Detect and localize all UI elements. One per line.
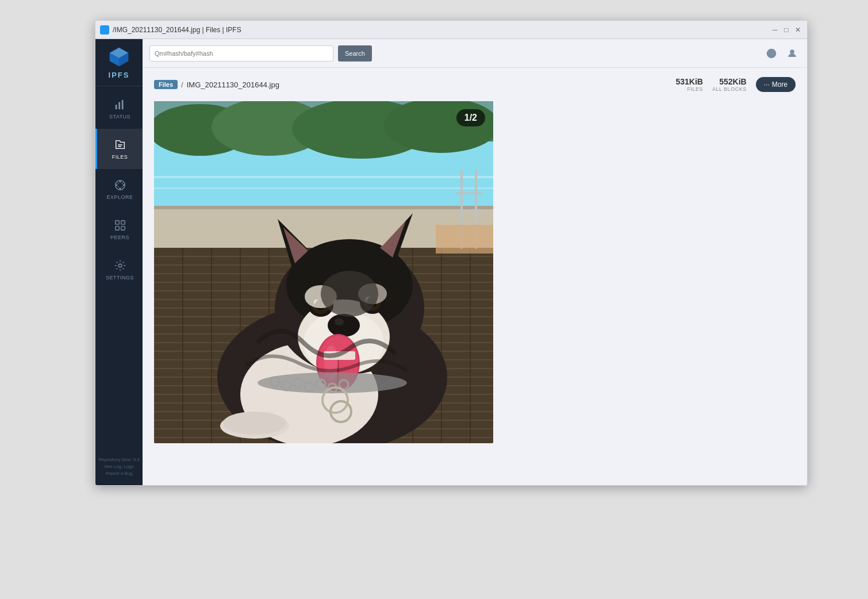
app-body: IPFS STATUS FILES [95,39,807,485]
top-bar-left: Search [149,45,759,62]
blocks-stat-block: 552KiB ALL BLOCKS [712,77,747,92]
blocks-stat-label: ALL BLOCKS [712,86,747,92]
breadcrumb-files-link[interactable]: Files [154,80,178,89]
footer-report-link: Report a Bug [98,470,140,477]
svg-point-22 [118,264,122,267]
footer-log-link: See Log, Logs [98,463,140,470]
page-header: Files / IMG_20211130_201644.jpg 531KiB F… [154,77,796,92]
explore-icon [113,178,127,192]
peers-icon [113,218,127,232]
main-content: Search [143,39,807,485]
breadcrumb: Files / IMG_20211130_201644.jpg [154,80,279,89]
more-dots: ··· [764,80,770,89]
image-counter: 1/2 [456,109,485,126]
svg-rect-4 [115,105,117,109]
account-button[interactable] [784,45,800,62]
svg-point-25 [790,50,794,53]
app-window: /IMG_20211130_201644.jpg | Files | IPFS … [95,20,808,486]
image-container: 1/2 [154,101,493,443]
svg-rect-29 [154,176,493,178]
top-bar-right [763,45,800,62]
maximize-button[interactable]: □ [782,25,791,34]
svg-rect-5 [118,102,120,109]
window-title: /IMG_20211130_201644.jpg | Files | IPFS [113,26,241,34]
blocks-stat-value: 552KiB [719,77,746,86]
minimize-button[interactable]: ─ [770,25,779,34]
explore-label: EXPLORE [106,194,133,200]
help-button[interactable] [763,45,779,62]
status-label: STATUS [109,114,130,120]
logo-label: IPFS [109,71,130,79]
window-controls: ─ □ ✕ [770,25,802,34]
svg-rect-6 [121,100,123,110]
status-icon [113,98,127,112]
dog-photo [154,101,493,443]
svg-rect-38 [154,206,493,209]
app-icon [100,25,109,34]
ipfs-logo-icon [107,45,130,68]
sidebar-item-status[interactable]: STATUS [95,89,143,129]
svg-point-88 [335,318,344,325]
breadcrumb-filename: IMG_20211130_201644.jpg [187,80,279,89]
sidebar-item-files[interactable]: FILES [95,129,143,169]
top-bar: Search [143,39,807,68]
title-bar: /IMG_20211130_201644.jpg | Files | IPFS … [95,21,807,39]
title-bar-left: /IMG_20211130_201644.jpg | Files | IPFS [100,25,241,34]
files-label: FILES [112,154,128,160]
svg-rect-78 [436,225,493,254]
sidebar-item-explore[interactable]: EXPLORE [95,169,143,209]
svg-point-87 [328,314,360,337]
svg-rect-18 [115,221,118,224]
footer-repo-size: Repository Size: 0.3 [98,456,140,463]
sidebar-item-peers[interactable]: PEERS [95,209,143,249]
files-stat-value: 531KiB [675,77,702,86]
files-stat-block: 531KiB FILES [675,77,702,92]
svg-rect-19 [121,221,124,224]
sidebar-footer: Repository Size: 0.3 See Log, Logs Repor… [96,454,142,479]
settings-label: SETTINGS [106,275,134,281]
svg-point-99 [321,271,378,317]
search-button[interactable]: Search [338,45,372,62]
files-stat-label: FILES [687,86,703,92]
settings-icon [113,259,127,272]
sidebar-item-settings[interactable]: SETTINGS [95,249,143,290]
close-button[interactable]: ✕ [793,25,802,34]
files-icon [113,138,127,152]
peers-label: PEERS [110,235,129,240]
sidebar-logo: IPFS [95,39,143,86]
breadcrumb-separator: / [181,80,183,89]
more-label: More [772,80,788,89]
svg-rect-21 [121,226,124,230]
search-input[interactable] [149,45,333,62]
more-button[interactable]: ··· More [756,77,796,92]
svg-point-24 [771,55,772,56]
svg-point-82 [223,412,286,435]
page-header-right: 531KiB FILES 552KiB ALL BLOCKS ··· More [675,77,796,92]
sidebar: IPFS STATUS FILES [95,39,143,485]
svg-rect-20 [115,226,118,230]
sidebar-nav: STATUS FILES EXPLORE [95,89,143,454]
svg-rect-30 [154,187,493,189]
content-area: Files / IMG_20211130_201644.jpg 531KiB F… [143,68,807,485]
